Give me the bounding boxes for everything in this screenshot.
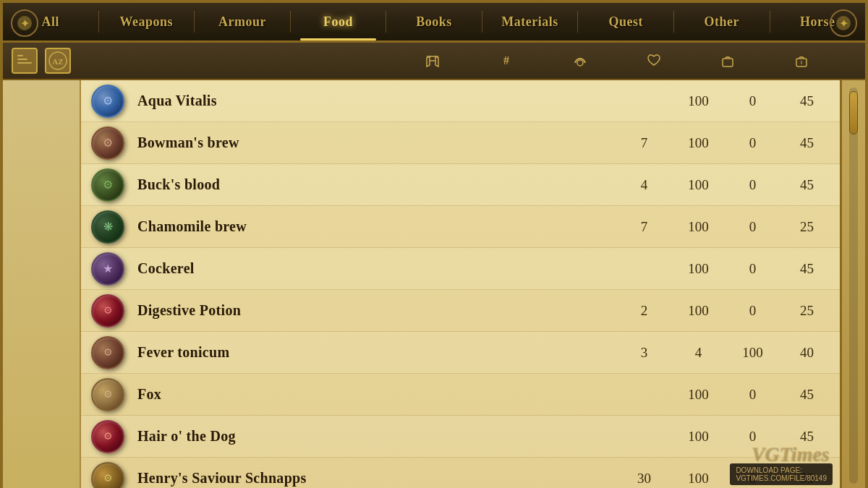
item-name: Aqua Vitalis <box>129 93 617 109</box>
list-item[interactable]: ⚙ Fever tonicum 3 4 100 40 <box>81 332 840 374</box>
item-val2: 100 <box>671 177 726 193</box>
item-val2: 4 <box>671 345 726 361</box>
list-item[interactable]: ⚙ Aqua Vitalis 100 0 45 <box>81 80 840 122</box>
item-icon-digestive-potion: ⚙ <box>87 292 129 330</box>
list-item[interactable]: ⚙ Fox 100 0 45 <box>81 374 840 416</box>
scrollbar-thumb[interactable] <box>849 91 858 134</box>
item-val2: 100 <box>671 303 726 319</box>
item-val3: 100 <box>726 345 780 361</box>
item-val2: 100 <box>671 471 726 487</box>
item-icon-aqua-vitalis: ⚙ <box>87 82 129 120</box>
list-item[interactable]: ⚙ Hair o' the Dog 100 0 45 <box>81 416 840 458</box>
item-val4: 40 <box>780 345 834 361</box>
item-name: Hair o' the Dog <box>129 428 617 445</box>
svg-rect-8 <box>17 62 32 64</box>
item-val4: 45 <box>780 135 834 151</box>
item-val2: 100 <box>671 135 726 151</box>
col-icon-bag2[interactable] <box>790 49 813 72</box>
item-val3: 0 <box>726 387 780 403</box>
item-name: Buck's blood <box>129 176 617 193</box>
item-val3: 0 <box>726 219 780 235</box>
item-val1: 4 <box>617 177 671 193</box>
item-val2: 100 <box>671 261 726 277</box>
item-name: Henry's Saviour Schnapps <box>129 470 617 487</box>
svg-rect-13 <box>723 59 733 67</box>
col-icon-count[interactable]: # <box>495 49 518 72</box>
item-val4: 45 <box>780 387 834 403</box>
item-icon-column <box>3 80 81 488</box>
nav-bar: ✦ All Weapons Armour Food Books Material… <box>3 3 865 43</box>
item-val1: 7 <box>617 135 671 151</box>
item-val1: 2 <box>617 303 671 319</box>
item-val3: 0 <box>726 261 780 277</box>
svg-text:AZ: AZ <box>52 57 63 66</box>
item-icon-cockerel: ★ <box>87 250 129 288</box>
item-val4: 45 <box>780 177 834 193</box>
scrollbar-area <box>840 80 865 488</box>
item-val3: 0 <box>726 303 780 319</box>
nav-item-armour[interactable]: Armour <box>195 3 290 40</box>
col-icon-equipment[interactable] <box>421 49 444 72</box>
item-icon-bowmans-brew: ⚙ <box>87 124 129 162</box>
svg-text:✦: ✦ <box>839 17 848 30</box>
item-icon-hair-dog: ⚙ <box>87 418 129 455</box>
item-list: ⚙ Aqua Vitalis 100 0 45 ⚙ Bowman's brew … <box>81 80 840 488</box>
item-val4: 45 <box>780 261 834 277</box>
item-val3: 0 <box>726 471 780 487</box>
nav-item-other[interactable]: Other <box>674 3 770 40</box>
item-val2: 100 <box>671 93 726 109</box>
nav-item-materials[interactable]: Materials <box>482 3 578 40</box>
nav-item-food[interactable]: Food <box>291 3 386 40</box>
content-area: ⚙ Aqua Vitalis 100 0 45 ⚙ Bowman's brew … <box>3 80 865 488</box>
item-name: Fever tonicum <box>129 344 617 361</box>
item-name: Digestive Potion <box>129 302 617 319</box>
list-item[interactable]: ❋ Chamomile brew 7 100 0 25 <box>81 206 840 248</box>
item-val2: 100 <box>671 219 726 235</box>
item-icon-fever-tonicum: ⚙ <box>87 334 129 372</box>
col-icon-health[interactable] <box>642 49 665 72</box>
item-val4: 45 <box>780 429 834 445</box>
az-sort-button[interactable]: AZ <box>45 48 71 74</box>
item-val1: 30 <box>617 471 671 487</box>
list-item[interactable]: ⚙ Henry's Saviour Schnapps 30 100 0 55 <box>81 458 840 488</box>
item-val4: 25 <box>780 303 834 319</box>
item-val2: 100 <box>671 387 726 403</box>
item-icon-fox: ⚙ <box>87 376 129 414</box>
item-val3: 0 <box>726 93 780 109</box>
list-item[interactable]: ⚙ Buck's blood 4 100 0 45 <box>81 164 840 206</box>
item-name: Chamomile brew <box>129 218 617 235</box>
nav-item-books[interactable]: Books <box>386 3 482 40</box>
item-val4: 45 <box>780 93 834 109</box>
list-item[interactable]: ⚙ Bowman's brew 7 100 0 45 <box>81 122 840 164</box>
list-item[interactable]: ⚙ Digestive Potion 2 100 0 25 <box>81 290 840 332</box>
list-item[interactable]: ★ Cockerel 100 0 45 <box>81 248 840 290</box>
corner-decoration-right: ✦ <box>822 3 865 43</box>
item-val1: 7 <box>617 219 671 235</box>
item-icon-bucks-blood: ⚙ <box>87 166 129 204</box>
item-val4: 25 <box>780 219 834 235</box>
filter-bar: AZ # <box>3 43 865 80</box>
item-val4: 55 <box>780 471 834 487</box>
sort-filter-button[interactable] <box>12 48 38 74</box>
item-val3: 0 <box>726 177 780 193</box>
nav-item-weapons[interactable]: Weapons <box>99 3 195 40</box>
game-inventory-screen: ✦ All Weapons Armour Food Books Material… <box>0 0 868 488</box>
item-val3: 0 <box>726 135 780 151</box>
item-name: Bowman's brew <box>129 134 617 151</box>
svg-rect-6 <box>17 55 23 56</box>
item-val2: 100 <box>671 429 726 445</box>
svg-rect-7 <box>17 59 27 60</box>
col-icon-bag1[interactable] <box>716 49 739 72</box>
item-name: Fox <box>129 386 617 403</box>
item-name: Cockerel <box>129 260 617 277</box>
nav-item-all[interactable]: All <box>3 3 98 40</box>
item-icon-henrys-schnapps: ⚙ <box>87 460 129 489</box>
column-filter-icons: # <box>421 49 856 72</box>
svg-text:#: # <box>503 54 509 67</box>
col-icon-strength[interactable] <box>569 49 592 72</box>
item-icon-chamomile-brew: ❋ <box>87 208 129 246</box>
nav-item-quest[interactable]: Quest <box>578 3 673 40</box>
scrollbar-track[interactable] <box>849 87 858 484</box>
item-val3: 0 <box>726 429 780 445</box>
item-val1: 3 <box>617 345 671 361</box>
